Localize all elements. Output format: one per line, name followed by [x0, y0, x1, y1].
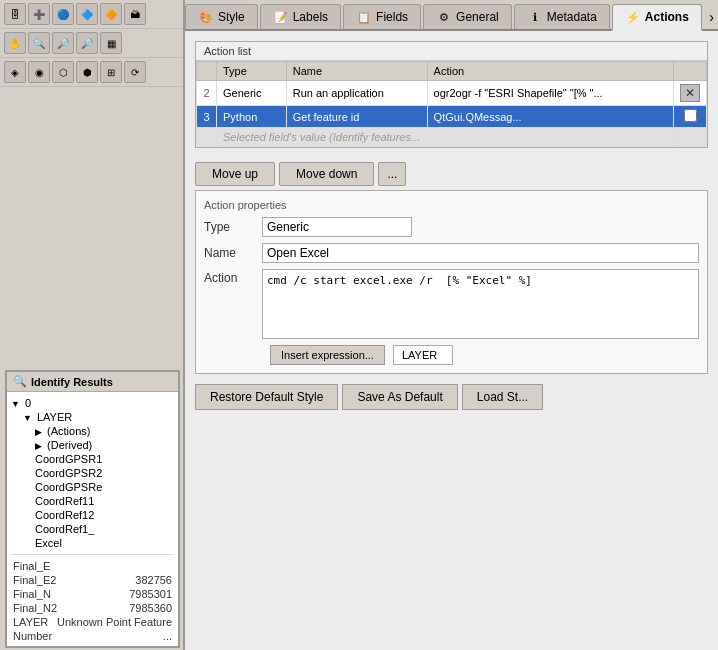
tab-general[interactable]: ⚙ General [423, 4, 512, 29]
tool-zoom3[interactable]: 🔎 [76, 32, 98, 54]
col-action: Action [427, 62, 673, 81]
tool-b3[interactable]: ⬡ [52, 61, 74, 83]
tree-item-coord1[interactable]: CoordGPSR1 [11, 452, 174, 466]
action-area: Action cmd /c start excel.exe /r [% "Exc… [204, 269, 699, 339]
table-header-row: Type Name Action [197, 62, 707, 81]
action-properties-box: Action properties Type Name Action cmd /… [195, 190, 708, 374]
feature-row-final-e: Final_E [11, 559, 174, 573]
action-properties-title: Action properties [204, 199, 699, 211]
tool-icon-2[interactable]: ➕ [28, 3, 50, 25]
type-row: Type [204, 217, 699, 237]
tool-b2[interactable]: ◉ [28, 61, 50, 83]
tab-style-label: Style [218, 10, 245, 24]
tree-item-coord4[interactable]: CoordRef11 [11, 494, 174, 508]
row-action-3: QtGui.QMessag... [427, 106, 673, 128]
restore-default-button[interactable]: Restore Default Style [195, 384, 338, 410]
tool-icon-5[interactable]: 🔶 [100, 3, 122, 25]
tab-fields[interactable]: 📋 Fields [343, 4, 421, 29]
col-num [197, 62, 217, 81]
tool-x[interactable]: ▦ [100, 32, 122, 54]
tree-item-layer[interactable]: ▼ LAYER [11, 410, 174, 424]
expr-row: Insert expression... LAYER [204, 345, 699, 365]
tool-icon-3[interactable]: 🔵 [52, 3, 74, 25]
feature-row-layer: LAYER Unknown Point Feature [11, 615, 174, 629]
move-buttons-row: Move up Move down ... [195, 156, 708, 190]
tab-general-label: General [456, 10, 499, 24]
tree-item-coord3[interactable]: CoordGPSRe [11, 480, 174, 494]
tool-b1[interactable]: ◈ [4, 61, 26, 83]
row-num-2: 2 [197, 81, 217, 106]
load-style-button[interactable]: Load St... [462, 384, 543, 410]
tab-actions[interactable]: ⚡ Actions [612, 4, 702, 31]
action-list-section: Action list Type Name Action 2 Generic [195, 41, 708, 148]
tab-fields-label: Fields [376, 10, 408, 24]
move-up-button[interactable]: Move up [195, 162, 275, 186]
table-row[interactable]: 2 Generic Run an application ogr2ogr -f … [197, 81, 707, 106]
tree-item-excel[interactable]: Excel [11, 536, 174, 550]
save-as-default-button[interactable]: Save As Default [342, 384, 457, 410]
row-check-3 [674, 106, 707, 128]
tool-hand[interactable]: ✋ [4, 32, 26, 54]
delete-btn-2[interactable]: ✕ [680, 84, 700, 102]
tree-item-coord2[interactable]: CoordGPSR2 [11, 466, 174, 480]
action-list-table: Type Name Action 2 Generic Run an applic… [196, 61, 707, 147]
style-icon: 🎨 [198, 9, 214, 25]
row-type-3: Python [217, 106, 287, 128]
identify-icon: 🔍 [13, 375, 27, 388]
extra-button[interactable]: ... [378, 162, 406, 186]
tool-icon-1[interactable]: 🗄 [4, 3, 26, 25]
main-panel: 🎨 Style 📝 Labels 📋 Fields ⚙ General ℹ Me… [185, 0, 718, 650]
arrow-derived: ▶ [35, 441, 42, 451]
arrow-layer: ▼ [23, 413, 32, 423]
tree-view[interactable]: ▼ 0 ▼ LAYER ▶ (Actions) ▶ (Derived) Coor… [7, 392, 178, 640]
name-label: Name [204, 246, 254, 260]
labels-icon: 📝 [273, 9, 289, 25]
tree-item-root[interactable]: ▼ 0 [11, 396, 174, 410]
action-textarea[interactable]: cmd /c start excel.exe /r [% "Excel" %] [262, 269, 699, 339]
tree-item-coord5[interactable]: CoordRef12 [11, 508, 174, 522]
type-input[interactable] [262, 217, 412, 237]
tab-labels-label: Labels [293, 10, 328, 24]
tab-metadata-label: Metadata [547, 10, 597, 24]
actions-icon: ⚡ [625, 9, 641, 25]
row-checkbox-3[interactable] [684, 109, 697, 122]
tool-icon-6[interactable]: 🏔 [124, 3, 146, 25]
tab-metadata[interactable]: ℹ Metadata [514, 4, 610, 29]
col-name: Name [286, 62, 427, 81]
move-down-button[interactable]: Move down [279, 162, 374, 186]
row-check-2: ✕ [674, 81, 707, 106]
tree-item-actions[interactable]: ▶ (Actions) [11, 424, 174, 438]
tool-icon-4[interactable]: 🔷 [76, 3, 98, 25]
name-row: Name [204, 243, 699, 263]
name-input[interactable] [262, 243, 699, 263]
tool-b5[interactable]: ⊞ [100, 61, 122, 83]
fields-icon: 📋 [356, 9, 372, 25]
type-label: Type [204, 220, 254, 234]
tab-style[interactable]: 🎨 Style [185, 4, 258, 29]
feature-row-final-e2: Final_E2 382756 [11, 573, 174, 587]
tool-zoom[interactable]: 🔍 [28, 32, 50, 54]
partial-empty [197, 128, 217, 147]
identify-results-label: Identify Results [31, 376, 113, 388]
arrow-actions: ▶ [35, 427, 42, 437]
row-name-3: Get feature id [286, 106, 427, 128]
tree-item-coord6[interactable]: CoordRef1_ [11, 522, 174, 536]
row-name-2: Run an application [286, 81, 427, 106]
tool-b4[interactable]: ⬢ [76, 61, 98, 83]
partial-text: Selected field's value (Identify feature… [217, 128, 674, 147]
tab-scroll-btn[interactable]: › [705, 5, 718, 29]
tree-item-derived[interactable]: ▶ (Derived) [11, 438, 174, 452]
toolbar-row-3: ◈ ◉ ⬡ ⬢ ⊞ ⟳ [0, 58, 183, 87]
tab-labels[interactable]: 📝 Labels [260, 4, 341, 29]
action-label: Action [204, 269, 254, 339]
left-panel: 🗄 ➕ 🔵 🔷 🔶 🏔 ✋ 🔍 🔎 🔎 ▦ ◈ ◉ ⬡ ⬢ ⊞ ⟳ 🔍 Iden… [0, 0, 185, 650]
table-row-selected[interactable]: 3 Python Get feature id QtGui.QMessag... [197, 106, 707, 128]
tool-b6[interactable]: ⟳ [124, 61, 146, 83]
action-list-title: Action list [196, 42, 707, 61]
tab-bar: 🎨 Style 📝 Labels 📋 Fields ⚙ General ℹ Me… [185, 0, 718, 31]
col-type: Type [217, 62, 287, 81]
tool-zoom2[interactable]: 🔎 [52, 32, 74, 54]
feature-row-final-n2: Final_N2 7985360 [11, 601, 174, 615]
layer-field-display: LAYER [393, 345, 453, 365]
insert-expression-button[interactable]: Insert expression... [270, 345, 385, 365]
